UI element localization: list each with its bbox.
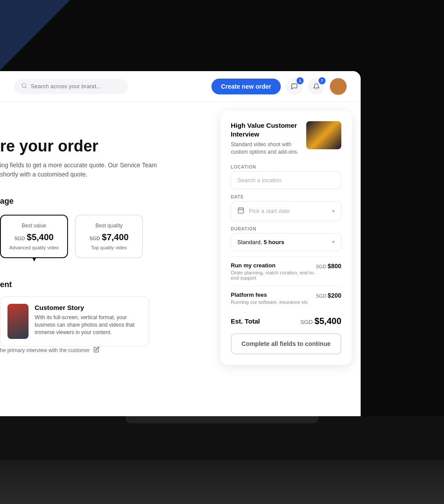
location-label: LOCATION <box>231 165 341 169</box>
order-info: High Value Customer Interview Standard v… <box>231 121 300 156</box>
best-quality-card[interactable]: Best quality SGD $7,400 Top quality vide… <box>75 215 143 258</box>
notif-badge: 7 <box>319 77 326 84</box>
platform-fees-label: Platform fees <box>231 292 308 298</box>
pricing-cards: Best value SGD $5,400 Advanced quality v… <box>0 215 184 258</box>
run-creation-info: Run my creation Order planning, match cu… <box>231 262 316 281</box>
avatar-image <box>330 78 347 95</box>
run-creation-price: $800 <box>328 263 341 270</box>
duration-hours: 5 hours <box>264 239 284 245</box>
duration-input[interactable]: Standard, 5 hours ▾ <box>231 233 341 251</box>
est-total-price: $5,400 <box>315 316 341 326</box>
best-quality-label: Best quality <box>83 223 135 229</box>
run-creation-row: Run my creation Order planning, match cu… <box>231 256 341 286</box>
main-content: re your order ing fields to get a more a… <box>0 102 361 416</box>
best-value-amount: $5,400 <box>27 232 54 242</box>
page-title: re your order <box>0 137 184 155</box>
date-label: DATE <box>231 194 341 199</box>
location-placeholder: Search a location <box>237 177 335 184</box>
location-input[interactable]: Search a location <box>231 171 341 189</box>
chat-button[interactable]: 1 <box>286 78 303 95</box>
best-value-price: SGD $5,400 <box>8 232 60 242</box>
bottom-note-text: he primary interview with the customer <box>0 347 90 353</box>
triangle-decoration <box>0 0 70 70</box>
chat-badge: 1 <box>297 77 304 84</box>
order-title: High Value Customer Interview <box>231 121 300 138</box>
selected-chevron-icon: ▾ <box>32 255 36 263</box>
platform-fees-price: $200 <box>328 292 341 299</box>
platform-fees-currency: SGD <box>316 293 326 299</box>
est-total-label: Est. Total <box>231 317 260 325</box>
section-package-label: age <box>0 197 184 206</box>
story-title: Customer Story <box>35 304 142 311</box>
best-value-label: Best value <box>8 223 60 229</box>
best-value-card[interactable]: Best value SGD $5,400 Advanced quality v… <box>0 215 68 258</box>
platform-fees-price-container: SGD$200 <box>316 292 341 299</box>
run-creation-desc: Order planning, match curation, end-to-e… <box>231 270 316 281</box>
calendar-icon <box>237 207 244 216</box>
navbar: Create new order 1 7 <box>0 71 361 102</box>
search-input[interactable] <box>31 83 121 90</box>
best-quality-currency: SGD <box>90 236 100 241</box>
laptop-base <box>0 460 444 504</box>
est-total-row: Est. Total SGD$5,400 <box>231 310 341 326</box>
avatar[interactable] <box>330 78 347 95</box>
platform-fees-row: Platform fees Running our software, insu… <box>231 286 341 310</box>
est-total-value-container: SGD$5,400 <box>301 316 341 326</box>
story-info: Customer Story With its full-screen, ver… <box>35 304 142 336</box>
platform-fees-desc: Running our software, insurance etc <box>231 299 308 305</box>
screen-content: Create new order 1 7 <box>0 71 361 416</box>
best-value-desc: Advanced quality video <box>8 245 60 250</box>
chat-icon <box>291 83 298 90</box>
run-creation-label: Run my creation <box>231 262 316 269</box>
best-value-currency: SGD <box>14 236 25 241</box>
bell-icon <box>313 83 320 90</box>
svg-line-1 <box>25 86 27 88</box>
page-left: re your order ing fields to get a more a… <box>0 119 184 361</box>
svg-rect-2 <box>238 208 243 213</box>
story-card[interactable]: Customer Story With its full-screen, ver… <box>0 296 149 346</box>
est-total-currency: SGD <box>301 319 313 325</box>
complete-fields-button[interactable]: Complete all fields to continue <box>231 333 341 354</box>
search-icon <box>21 83 27 90</box>
laptop-bottom <box>0 416 444 504</box>
navbar-right: Create new order 1 7 <box>211 78 347 95</box>
duration-label: DURATION <box>231 227 341 231</box>
run-creation-price-container: SGD$800 <box>316 262 341 270</box>
best-quality-amount: $7,400 <box>102 232 129 242</box>
order-panel: High Value Customer Interview Standard v… <box>220 111 352 365</box>
notifications-button[interactable]: 7 <box>308 78 325 95</box>
duration-field-group: DURATION Standard, 5 hours ▾ <box>231 227 341 251</box>
date-input[interactable]: Pick a start date ▾ <box>231 201 341 221</box>
date-chevron-icon: ▾ <box>332 208 335 214</box>
bottom-note: he primary interview with the customer <box>0 346 184 354</box>
page-subtitle-1: ing fields to get a more accurate quote.… <box>0 161 184 170</box>
run-creation-currency: SGD <box>316 264 326 269</box>
best-quality-price: SGD $7,400 <box>83 232 135 242</box>
date-placeholder: Pick a start date <box>249 208 328 214</box>
order-thumbnail-image <box>306 121 341 149</box>
order-desc: Standard video shoot with custom options… <box>231 141 300 156</box>
date-field-group: DATE Pick a start date ▾ <box>231 194 341 221</box>
order-header: High Value Customer Interview Standard v… <box>231 121 341 156</box>
order-thumbnail <box>306 121 341 149</box>
best-quality-desc: Top quality video <box>83 245 135 250</box>
duration-chevron-icon: ▾ <box>332 239 335 245</box>
laptop-hinge <box>125 416 319 423</box>
laptop-screen: Create new order 1 7 <box>0 71 361 416</box>
page-subtitle-2: shortly with a customised quote. <box>0 170 184 179</box>
edit-icon[interactable] <box>93 346 100 354</box>
content-section-label: ent <box>0 280 184 289</box>
svg-point-0 <box>22 83 26 87</box>
duration-standard: Standard, <box>237 239 264 245</box>
platform-fees-info: Platform fees Running our software, insu… <box>231 292 308 305</box>
duration-value: Standard, 5 hours <box>237 239 332 245</box>
story-desc: With its full-screen, vertical format, y… <box>35 314 142 336</box>
create-order-button[interactable]: Create new order <box>211 79 281 94</box>
search-bar[interactable] <box>14 79 128 94</box>
location-field-group: LOCATION Search a location <box>231 165 341 189</box>
story-thumbnail <box>7 304 29 339</box>
